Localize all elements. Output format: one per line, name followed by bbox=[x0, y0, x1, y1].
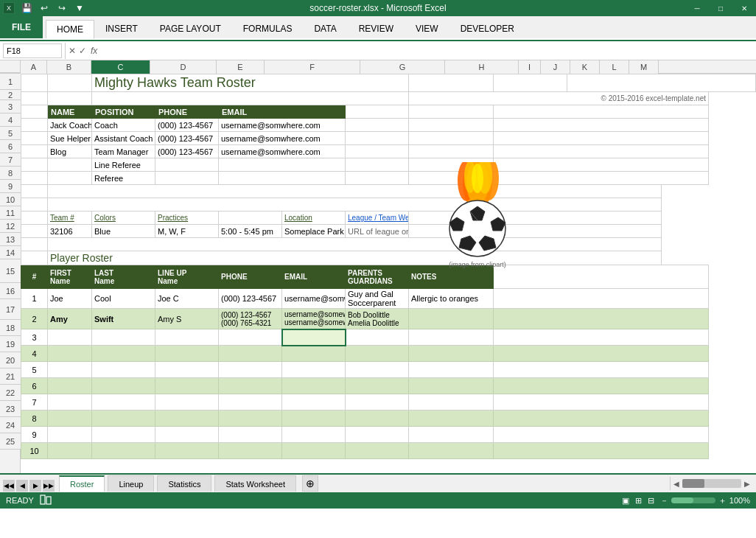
cell-H5[interactable] bbox=[409, 132, 494, 145]
cell-I5[interactable] bbox=[494, 132, 709, 145]
row-11[interactable]: 11 bbox=[0, 206, 21, 220]
cell-D18[interactable] bbox=[155, 329, 219, 346]
cell-E11[interactable] bbox=[219, 212, 282, 225]
cell-D23[interactable] bbox=[155, 411, 219, 427]
cell-D22[interactable] bbox=[155, 394, 219, 411]
cell-A5[interactable] bbox=[21, 132, 48, 145]
cell-A12[interactable] bbox=[21, 225, 48, 238]
row-19[interactable]: 19 bbox=[0, 336, 21, 352]
confirm-formula-icon[interactable]: ✓ bbox=[79, 46, 86, 56]
cell-G19[interactable] bbox=[346, 346, 409, 362]
cell-G15-parents-header[interactable]: PARENTSGUARDIANS bbox=[346, 265, 409, 289]
cell-I16[interactable] bbox=[494, 289, 709, 309]
cell-F20[interactable] bbox=[282, 362, 346, 378]
cell-D3-phone-header[interactable]: PHONE bbox=[155, 105, 219, 119]
cell-A14[interactable] bbox=[21, 251, 48, 265]
cell-H18[interactable] bbox=[409, 329, 494, 346]
row-15[interactable]: 15 bbox=[0, 259, 21, 283]
cell-E25[interactable] bbox=[219, 443, 282, 459]
row-5[interactable]: 5 bbox=[0, 127, 21, 140]
col-header-C[interactable]: C bbox=[91, 60, 150, 74]
save-qat-btn[interactable]: 💾 bbox=[19, 1, 34, 15]
cell-B25[interactable] bbox=[48, 443, 92, 459]
cell-D12-practices[interactable]: M, W, F bbox=[155, 225, 219, 238]
cell-I17[interactable] bbox=[494, 309, 709, 329]
cell-A4[interactable] bbox=[21, 119, 48, 132]
cell-A22[interactable]: 7 bbox=[21, 394, 48, 411]
col-header-E[interactable]: E bbox=[217, 60, 265, 74]
col-header-K[interactable]: K bbox=[570, 60, 600, 74]
cell-F19[interactable] bbox=[282, 346, 346, 362]
cell-F24[interactable] bbox=[282, 427, 346, 443]
cell-reference-box[interactable]: F18 bbox=[3, 43, 62, 58]
row-3[interactable]: 3 bbox=[0, 100, 21, 113]
cell-A9[interactable] bbox=[21, 185, 48, 198]
cell-B21[interactable] bbox=[48, 378, 92, 394]
scroll-left-btn[interactable]: ◀ bbox=[673, 480, 679, 488]
cell-A20[interactable]: 5 bbox=[21, 362, 48, 378]
col-header-B[interactable]: B bbox=[47, 60, 91, 74]
cell-C6[interactable]: Team Manager bbox=[92, 145, 155, 158]
cell-C20[interactable] bbox=[92, 362, 155, 378]
cell-H3[interactable] bbox=[409, 105, 494, 119]
zoom-slider[interactable] bbox=[671, 497, 715, 503]
file-tab[interactable]: FILE bbox=[0, 16, 43, 38]
cell-I22[interactable] bbox=[494, 394, 709, 411]
row-22[interactable]: 22 bbox=[0, 385, 21, 401]
cell-H17[interactable] bbox=[409, 309, 494, 329]
cell-C1-title[interactable]: Mighty Hawks Team Roster bbox=[92, 74, 409, 92]
col-header-L[interactable]: L bbox=[600, 60, 629, 74]
cell-G24[interactable] bbox=[346, 427, 409, 443]
cell-C21[interactable] bbox=[92, 378, 155, 394]
cell-B8[interactable] bbox=[48, 172, 92, 185]
cell-G21[interactable] bbox=[346, 378, 409, 394]
cell-E21[interactable] bbox=[219, 378, 282, 394]
cell-E19[interactable] bbox=[219, 346, 282, 362]
row-8[interactable]: 8 bbox=[0, 167, 21, 180]
cell-E17[interactable]: (000) 123-4567(000) 765-4321 bbox=[219, 309, 282, 329]
cell-E7[interactable] bbox=[219, 158, 346, 172]
cell-G22[interactable] bbox=[346, 394, 409, 411]
sheet-tab-roster[interactable]: Roster bbox=[59, 475, 105, 492]
cell-F18-selected[interactable] bbox=[282, 329, 346, 346]
cell-C2[interactable] bbox=[92, 92, 409, 105]
col-header-M[interactable]: M bbox=[629, 60, 659, 74]
row-16[interactable]: 16 bbox=[0, 283, 21, 299]
cell-A15-num-header[interactable]: # bbox=[21, 265, 48, 289]
cell-A3[interactable] bbox=[21, 105, 48, 119]
row-7[interactable]: 7 bbox=[0, 153, 21, 167]
cancel-formula-icon[interactable]: ✕ bbox=[69, 46, 76, 56]
cell-C3-position-header[interactable]: POSITION bbox=[92, 105, 155, 119]
cell-C24[interactable] bbox=[92, 427, 155, 443]
cell-A6[interactable] bbox=[21, 145, 48, 158]
redo-qat-btn[interactable]: ↪ bbox=[55, 1, 69, 15]
row-10[interactable]: 10 bbox=[0, 193, 21, 206]
cell-F23[interactable] bbox=[282, 411, 346, 427]
tab-view[interactable]: VIEW bbox=[405, 19, 449, 38]
tab-page-layout[interactable]: PAGE LAYOUT bbox=[149, 19, 232, 38]
cell-A11[interactable] bbox=[21, 212, 48, 225]
cell-F11[interactable]: Location bbox=[282, 212, 346, 225]
cell-I20[interactable] bbox=[494, 362, 709, 378]
col-header-H[interactable]: H bbox=[445, 60, 519, 74]
cell-C12-colors[interactable]: Blue bbox=[92, 225, 155, 238]
cell-I7[interactable] bbox=[494, 158, 709, 172]
cell-B22[interactable] bbox=[48, 394, 92, 411]
cell-B13[interactable] bbox=[48, 238, 662, 251]
cell-E3-email-header[interactable]: EMAIL bbox=[219, 105, 346, 119]
cell-B24[interactable] bbox=[48, 427, 92, 443]
zoom-out-icon[interactable]: － bbox=[660, 495, 668, 506]
cell-D6[interactable]: (000) 123-4567 bbox=[155, 145, 219, 158]
scroll-right-btn[interactable]: ▶ bbox=[744, 480, 750, 488]
cell-G16[interactable]: Guy and GalSoccerparent bbox=[346, 289, 409, 309]
sheet-tab-lineup[interactable]: Lineup bbox=[108, 475, 154, 492]
cell-C16[interactable]: Cool bbox=[92, 289, 155, 309]
cell-A1[interactable] bbox=[21, 74, 48, 92]
cell-H22[interactable] bbox=[409, 394, 494, 411]
cell-E18[interactable] bbox=[219, 329, 282, 346]
col-header-G[interactable]: G bbox=[360, 60, 445, 74]
cell-E5[interactable]: username@somwhere.com bbox=[219, 132, 346, 145]
cell-E16[interactable]: (000) 123-4567 bbox=[219, 289, 282, 309]
cell-D20[interactable] bbox=[155, 362, 219, 378]
zoom-normal-icon[interactable]: ▣ bbox=[622, 496, 629, 506]
